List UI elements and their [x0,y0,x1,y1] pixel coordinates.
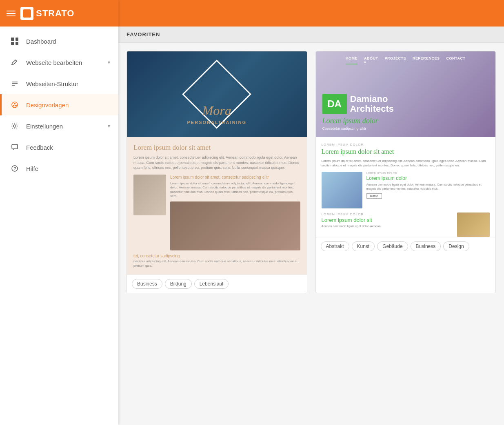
tag-kunst[interactable]: Kunst [352,241,375,251]
tag-design-arch[interactable]: Design [443,241,469,251]
fitness-content-title: Lorem ipsum dolor sit amet [133,144,300,152]
fitness-hero-subtitle: PERSONALTRAINING [187,120,246,125]
sidebar-label-dashboard: Dashboard [26,38,110,45]
template-card-architects[interactable]: HOME ABOUT ▾ PROJECTS REFERENCES CONTACT… [315,51,496,293]
fitness-bottom-text: nectetur adipiscing elit. Aenean ean mas… [133,259,300,268]
sidebar: STRATO Dashboard Webseite bearbeiten ▾ [0,0,118,425]
arch-col-small-label: LOREM IPSUM DOLOR [366,172,490,175]
tag-lebenslauf-fitness[interactable]: Lebenslauf [194,279,229,289]
structure-icon [10,79,20,89]
sidebar-nav: Dashboard Webseite bearbeiten ▾ W [0,27,118,425]
sidebar-item-feedback[interactable]: Feedback [0,137,118,158]
fitness-hero: Mora PERSONALTRAINING [127,51,307,137]
tag-bildung-fitness[interactable]: Bildung [165,279,192,289]
sidebar-item-dashboard[interactable]: Dashboard [0,31,118,52]
main-header [118,0,504,27]
sidebar-header: STRATO [0,0,118,27]
arch-nav-references: REFERENCES [413,56,440,64]
svg-point-7 [13,125,16,127]
edit-icon [10,58,20,67]
arch-section-label: LOREM IPSUM DOLOR [322,143,490,146]
sidebar-item-einstellungen[interactable]: Einstellungen ▾ [0,115,118,137]
arch-company-name: DamianoArchitects [350,94,394,114]
fitness-img-placeholder [133,175,166,215]
feedback-icon [10,142,20,152]
fitness-col-title: Lorem ipsum dolor sit amet, consetetur s… [170,175,300,180]
logo-box-inner [23,9,31,18]
fitness-content-right: Lorem ipsum dolor sit amet, consetetur s… [170,175,300,251]
template-preview-fitness: Mora PERSONALTRAINING Lorem ipsum dolor … [127,51,307,274]
chevron-down-icon-settings: ▾ [108,123,110,129]
sidebar-label-webseite-bearbeiten: Webseite bearbeiten [26,59,101,66]
section-title: FAVORITEN [118,27,504,43]
arch-logo-area: DA DamianoArchitects [322,94,394,114]
logo-area: STRATO [20,7,74,20]
sidebar-label-webseiten-struktur: Webseiten-Struktur [26,80,110,87]
fitness-content-text: Lorem ipsum dolor sit amet, consectetuer… [133,155,300,170]
arch-two-col: LOREM IPSUM DOLOR Lorem ipsum dolor Aene… [322,172,490,208]
help-icon: ? [10,164,20,173]
arch-section-text: Lorem ipsum dolor sit amet, consectetuer… [322,159,490,168]
arch-nav-about: ABOUT ▾ [364,56,378,64]
dashboard-icon [10,36,20,46]
arch-bottom-img [457,212,490,237]
fitness-img2 [170,201,300,250]
arch-col-title: Lorem ipsum dolor [366,175,490,181]
arch-nav-projects: PROJECTS [385,56,406,64]
template-card-fitness[interactable]: Mora PERSONALTRAINING Lorem ipsum dolor … [127,51,307,293]
design-icon [10,100,20,110]
fitness-col-text: Lorem ipsum dolor sit amet, consectetuer… [170,182,300,199]
svg-text:?: ? [14,166,16,171]
logo-box [20,7,33,20]
svg-point-4 [14,103,16,104]
menu-button[interactable] [7,11,16,16]
arch-bottom: LOREM IPSUM DOLOR Lorem ipsum dolor sit … [322,212,490,228]
tag-gebaeude[interactable]: Gebäude [377,241,408,251]
arch-tags-row: Abstrakt Kunst Gebäude Business Design [316,237,496,255]
sidebar-label-hilfe: Hilfe [26,165,110,172]
sidebar-item-webseiten-struktur[interactable]: Webseiten-Struktur [0,73,118,94]
arch-col-text: Aenean commodo ligula eget dolor. Aenean… [366,183,490,191]
chevron-down-icon: ▾ [108,60,110,65]
arch-nav: HOME ABOUT ▾ PROJECTS REFERENCES CONTACT [346,56,465,64]
main-content: FAVORITEN Mora PERSONALTRAINING [118,27,504,425]
svg-point-5 [13,105,14,106]
arch-hero: HOME ABOUT ▾ PROJECTS REFERENCES CONTACT… [316,51,496,137]
arch-col-right: LOREM IPSUM DOLOR Lorem ipsum dolor Aene… [366,172,490,208]
fitness-hero-name: Mora [187,103,246,118]
fitness-subtitle-part2: TRAINING [218,120,246,125]
sidebar-label-feedback: Feedback [26,144,110,151]
arch-nav-home: HOME [346,56,357,64]
sidebar-item-hilfe[interactable]: ? Hilfe [0,158,118,179]
arch-nav-contact: CONTACT [446,56,466,64]
sidebar-label-designvorlagen: Designvorlagen [26,102,110,108]
arch-col-img [322,172,362,208]
arch-hero-overlay: Lorem ipsum dolor [322,117,378,125]
svg-rect-8 [12,144,18,149]
arch-col-btn[interactable]: Button [366,193,382,199]
fitness-hero-text: Mora PERSONALTRAINING [187,103,246,125]
fitness-content: Lorem ipsum dolor sit amet Lorem ipsum d… [127,137,307,274]
fitness-content-section: Lorem ipsum dolor sit amet, consetetur s… [133,175,300,251]
tag-business-fitness[interactable]: Business [132,279,162,289]
fitness-tags-row: Business Bildung Lebenslauf [127,274,307,293]
sidebar-item-webseite-bearbeiten[interactable]: Webseite bearbeiten ▾ [0,52,118,73]
tag-abstrakt[interactable]: Abstrakt [321,241,349,251]
main-area: FAVORITEN Mora PERSONALTRAINING [118,0,504,425]
fitness-bottom-title: tet, consetetur sadipscing [133,254,300,258]
tag-business-arch[interactable]: Business [411,241,441,251]
template-preview-architects: HOME ABOUT ▾ PROJECTS REFERENCES CONTACT… [316,51,496,237]
sidebar-label-einstellungen: Einstellungen [26,123,101,130]
fitness-subtitle-part1: PERSONAL [187,120,218,125]
arch-hero-sub: Consetetur sadipscing allitr [322,126,366,131]
templates-grid: Mora PERSONALTRAINING Lorem ipsum dolor … [118,43,504,301]
arch-content: LOREM IPSUM DOLOR Lorem ipsum dolor sit … [316,137,496,234]
arch-section-title: Lorem ipsum dolor sit amet [322,148,490,155]
svg-point-6 [15,105,17,106]
sidebar-item-designvorlagen[interactable]: Designvorlagen [0,94,118,115]
arch-logo-box: DA [322,94,347,114]
settings-icon [10,121,20,131]
app-name: STRATO [36,8,74,19]
